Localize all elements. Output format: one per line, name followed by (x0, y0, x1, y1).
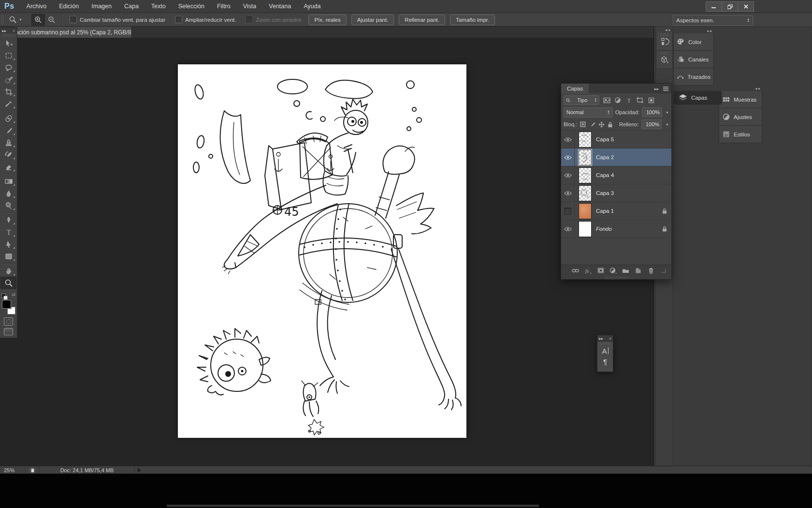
layer-styles-fx-button[interactable]: fx (584, 267, 592, 274)
collapse-dock-arrows[interactable]: ◀◀ (719, 86, 762, 91)
layer-thumbnail[interactable] (579, 221, 592, 237)
trazados-panel-button[interactable]: Trazados (673, 68, 714, 86)
close-icon[interactable]: ✕ (13, 29, 15, 32)
lock-all-button[interactable] (608, 121, 613, 128)
actual-pixels-button[interactable]: Píx. reales (308, 15, 346, 25)
layer-row-capa2[interactable]: Capa 2 (561, 149, 671, 166)
new-layer-button[interactable] (634, 267, 642, 274)
document-size-info[interactable]: Doc: 24,1 MB/75,4 MB (39, 466, 135, 474)
close-icon[interactable]: ✕ (609, 337, 611, 340)
layer-visibility-toggle[interactable] (561, 166, 575, 184)
quick-mask-button[interactable] (4, 317, 13, 326)
eyedropper-tool[interactable] (0, 98, 16, 110)
fill-screen-button[interactable]: Rellenar pant. (399, 15, 445, 25)
workspace-switcher[interactable]: Aspectos esen. ▲▼ (673, 15, 753, 26)
menu-imagen[interactable]: Imagen (85, 0, 118, 13)
layer-row-capa5[interactable]: Capa 5 (561, 131, 671, 149)
lock-position-button[interactable] (598, 121, 605, 128)
history-brush-tool[interactable] (0, 149, 16, 161)
filter-type-layers-button[interactable]: T (625, 96, 633, 104)
new-adjustment-layer-button[interactable] (609, 267, 617, 274)
muestras-panel-button[interactable]: Muestras (719, 91, 762, 108)
3d-panel-button[interactable] (656, 51, 673, 69)
layer-thumbnail[interactable] (579, 185, 592, 201)
zoom-in-button[interactable] (31, 14, 45, 26)
lock-transparency-button[interactable] (580, 121, 586, 128)
layer-thumbnail[interactable] (579, 203, 592, 219)
foreground-background-swatches[interactable] (2, 300, 15, 314)
panel-bottom-grip[interactable] (561, 276, 671, 279)
chevron-down-icon[interactable]: ▼ (666, 123, 669, 126)
menu-filtro[interactable]: Filtro (211, 0, 237, 13)
zoom-level-field[interactable]: 25% (0, 466, 26, 474)
print-size-button[interactable]: Tamaño impr. (450, 15, 495, 25)
menu-edicion[interactable]: Edición (53, 0, 85, 13)
menu-vista[interactable]: Vista (237, 0, 263, 13)
layer-row-capa1[interactable]: Capa 1 (561, 202, 671, 220)
filter-pixel-layers-button[interactable] (603, 96, 610, 104)
quick-selection-tool[interactable] (0, 74, 16, 86)
layer-visibility-toggle[interactable] (561, 202, 575, 220)
document-tab[interactable]: ación submarino.psd al 25% (Capa 2, RGB/… (14, 27, 132, 38)
menu-capa[interactable]: Capa (118, 0, 145, 13)
rectangular-marquee-tool[interactable] (0, 49, 16, 61)
clone-stamp-tool[interactable] (0, 136, 16, 149)
close-button[interactable] (738, 1, 754, 12)
layer-visibility-toggle[interactable] (561, 149, 575, 166)
zoom-all-windows-checkbox[interactable]: Ampliar/reducir vent. (175, 16, 236, 23)
lasso-tool[interactable] (0, 61, 16, 74)
layers-tab[interactable]: Capas (561, 84, 589, 93)
collapse-panel-arrows-icon[interactable]: ▶▶ (654, 87, 659, 90)
zoom-out-button[interactable] (45, 14, 58, 26)
pen-tool[interactable] (0, 214, 16, 226)
layer-thumbnail[interactable] (579, 167, 592, 183)
paragraph-panel-button[interactable]: ¶ (599, 356, 611, 367)
restore-button[interactable] (722, 1, 738, 12)
layer-row-fondo[interactable]: Fondo (561, 220, 671, 238)
filter-shape-layers-button[interactable] (636, 96, 644, 104)
blend-mode-select[interactable]: Normal ▲▼ (564, 107, 613, 118)
resize-windows-checkbox[interactable]: Cambiar tamaño vent. para ajustar (70, 16, 165, 23)
menu-ventana[interactable]: Ventana (262, 0, 297, 13)
panel-menu-icon[interactable] (663, 86, 669, 91)
add-layer-mask-button[interactable] (596, 267, 605, 274)
collapse-dock-arrows[interactable]: ◀◀ (656, 27, 672, 32)
new-group-button[interactable] (622, 267, 630, 274)
fill-value-field[interactable]: 100% (641, 120, 662, 129)
current-tool-dropdown[interactable]: ▼ (6, 15, 25, 24)
estilos-panel-button[interactable]: fx Estilos (719, 126, 762, 143)
character-panel-button[interactable]: A (599, 345, 611, 356)
canvas-area[interactable]: 45 (0, 38, 653, 466)
filter-smart-objects-button[interactable] (647, 96, 655, 104)
layer-row-capa3[interactable]: Capa 3 (561, 184, 671, 202)
panel-resize-grip[interactable] (659, 267, 667, 274)
layer-visibility-toggle[interactable] (561, 220, 575, 238)
delete-layer-button[interactable] (647, 267, 655, 274)
gradient-tool[interactable] (0, 175, 16, 187)
fit-screen-button[interactable]: Ajustar pant. (351, 15, 394, 25)
menu-seleccion[interactable]: Selección (172, 0, 211, 13)
history-panel-button[interactable] (656, 32, 673, 51)
eraser-tool[interactable] (0, 161, 16, 173)
drag-grip[interactable] (2, 34, 15, 37)
link-layers-button[interactable] (571, 267, 580, 274)
layers-panel-header[interactable]: Capas ▶▶ (561, 84, 671, 93)
crop-tool[interactable] (0, 86, 16, 98)
capas-dock-button[interactable]: Capas (674, 91, 722, 105)
layer-visibility-toggle[interactable] (561, 184, 575, 202)
default-colors-icon[interactable] (1, 292, 7, 298)
layer-visibility-toggle[interactable] (561, 131, 575, 148)
rectangle-shape-tool[interactable] (0, 250, 16, 262)
dodge-tool[interactable] (0, 199, 16, 211)
chevron-down-icon[interactable]: ▼ (666, 111, 669, 114)
collapse-dock-arrows[interactable]: ◀◀ (673, 28, 714, 33)
foreground-color-swatch[interactable] (2, 300, 11, 309)
brush-tool[interactable] (0, 124, 16, 136)
menu-archivo[interactable]: Archivo (20, 0, 53, 13)
menu-texto[interactable]: Texto (145, 0, 172, 13)
filter-adjustment-layers-button[interactable] (614, 96, 622, 104)
layer-thumbnail[interactable] (579, 132, 592, 148)
options-bar-grip[interactable] (1, 15, 4, 25)
lock-pixels-button[interactable] (589, 121, 595, 128)
color-panel-button[interactable]: Color (673, 33, 714, 51)
